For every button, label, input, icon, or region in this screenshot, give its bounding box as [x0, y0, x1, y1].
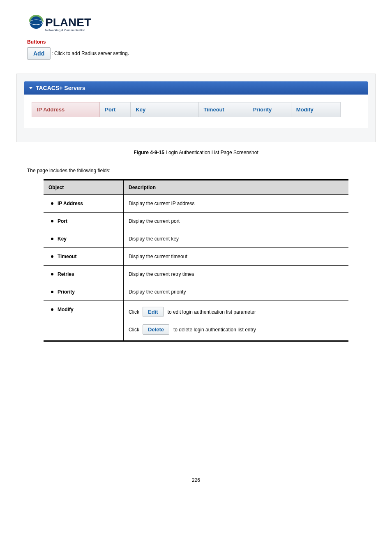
panel-header[interactable]: TACACS+ Servers — [24, 81, 368, 95]
table-row: Port Display the current port — [44, 213, 348, 230]
caret-down-icon — [29, 87, 32, 89]
planet-globe-icon — [30, 16, 43, 29]
col-port: Port — [100, 102, 131, 117]
table-row: Retries Display the current retry times — [44, 266, 348, 283]
fields-table: Object Description IP Address Display th… — [44, 179, 348, 342]
col-key: Key — [131, 102, 198, 117]
table-row: Timeout Display the current timeout — [44, 248, 348, 266]
intro-text: The page includes the following fields: — [27, 168, 365, 173]
bullet-icon — [51, 308, 53, 311]
fields-header-description: Description — [124, 180, 349, 195]
panel-title: TACACS+ Servers — [36, 85, 85, 91]
col-timeout: Timeout — [198, 102, 248, 117]
buttons-heading: Buttons — [27, 39, 365, 45]
edit-button[interactable]: Edit — [143, 307, 164, 317]
bullet-icon — [51, 255, 53, 258]
tacacs-columns-table: IP Address Port Key Timeout Priority Mod… — [32, 102, 341, 117]
bullet-icon — [51, 273, 53, 275]
bullet-icon — [51, 238, 53, 240]
modify-delete-prefix: Click — [129, 327, 139, 333]
col-priority: Priority — [248, 102, 291, 117]
page-number: 226 — [27, 477, 365, 483]
modify-edit-prefix: Click — [129, 309, 139, 315]
brand-logo: PLANET Networking & Communication — [27, 12, 365, 37]
bullet-icon — [51, 220, 53, 222]
table-row-modify: Modify Click Edit to edit login authenti… — [44, 301, 348, 341]
figure-caption: Figure 4-9-15 Login Authentication List … — [27, 150, 365, 155]
logo-text: PLANET — [45, 16, 91, 29]
bullet-icon — [51, 202, 53, 205]
bullet-icon — [51, 291, 53, 293]
modify-delete-suffix: to delete login authentication list entr… — [173, 327, 256, 333]
col-ip-address: IP Address — [32, 102, 100, 117]
table-row: Key Display the current key — [44, 230, 348, 248]
delete-button[interactable]: Delete — [143, 324, 169, 335]
fields-header-object: Object — [44, 180, 124, 195]
col-modify: Modify — [291, 102, 340, 117]
tacacs-servers-screenshot: TACACS+ Servers IP Address Port Key Time… — [16, 74, 376, 142]
table-row: Priority Display the current priority — [44, 283, 348, 301]
modify-edit-suffix: to edit login authentication list parame… — [168, 309, 256, 315]
table-row: IP Address Display the current IP addres… — [44, 195, 348, 213]
add-button-desc: : Click to add Radius server setting. — [51, 51, 129, 56]
add-button[interactable]: Add — [27, 47, 51, 60]
logo-tagline: Networking & Communication — [45, 29, 85, 32]
